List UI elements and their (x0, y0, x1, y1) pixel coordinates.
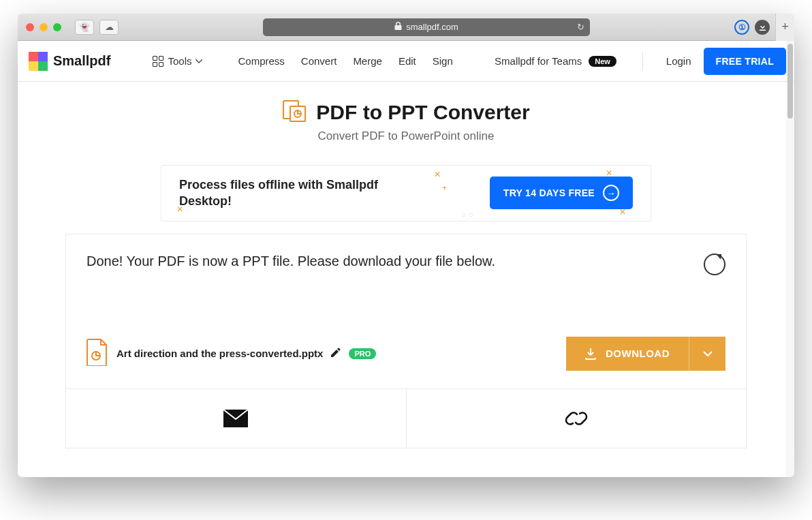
download-icon (585, 348, 596, 360)
edit-filename-icon[interactable] (331, 348, 341, 359)
download-label: DOWNLOAD (606, 348, 670, 359)
lock-icon (394, 22, 402, 32)
page-heading: PDF to PPT Converter Convert PDF to Powe… (18, 82, 794, 150)
new-tab-button[interactable]: + (775, 14, 794, 41)
ppt-converter-icon (282, 100, 308, 125)
nav-teams[interactable]: Smallpdf for Teams New (486, 55, 625, 67)
mail-icon (223, 409, 249, 428)
file-ppt-icon (87, 339, 108, 369)
minimize-window[interactable] (40, 23, 48, 31)
free-trial-button[interactable]: FREE TRIAL (704, 48, 786, 75)
restart-icon[interactable] (704, 254, 725, 275)
reload-icon[interactable]: ↻ (577, 22, 584, 32)
link-icon (563, 408, 589, 429)
page-title: PDF to PPT Converter (316, 101, 529, 124)
traffic-lights (26, 23, 61, 31)
result-filename: Art direction and the press-converted.pp… (116, 348, 323, 359)
logo-icon (29, 52, 48, 71)
nav-teams-label: Smallpdf for Teams (495, 55, 582, 67)
share-email-button[interactable] (66, 389, 407, 448)
result-message: Done! Your PDF is now a PPT file. Please… (87, 254, 495, 269)
arrow-right-icon: → (603, 185, 619, 201)
chevron-down-icon (196, 59, 202, 63)
promo-text: Process files offline with Smallpdf Desk… (179, 177, 404, 210)
scrollbar-thumb[interactable] (787, 44, 793, 119)
nav-compress[interactable]: Compress (230, 55, 292, 67)
brand-logo[interactable]: Smallpdf (29, 52, 110, 71)
onepassword-icon[interactable]: ① (734, 20, 749, 35)
maximize-window[interactable] (53, 23, 61, 31)
chevron-down-icon (703, 351, 713, 356)
nav-edit[interactable]: Edit (390, 55, 424, 67)
nav-tools-label: Tools (168, 55, 191, 67)
icloud-icon[interactable]: ☁ (99, 20, 119, 35)
browser-titlebar: 👻 ☁ smallpdf.com ↻ ① + (18, 14, 794, 41)
promo-banner: ✕ ✕ + ✕ ✕ ○ ○ Process files offline with… (161, 165, 651, 221)
brand-text: Smallpdf (53, 53, 110, 69)
url-host: smallpdf.com (406, 22, 458, 32)
nav-convert[interactable]: Convert (293, 55, 345, 67)
nav-login[interactable]: Login (661, 55, 697, 67)
address-bar[interactable]: smallpdf.com ↻ (263, 18, 590, 36)
scrollbar-track[interactable] (786, 41, 794, 477)
result-card: Done! Your PDF is now a PPT file. Please… (65, 234, 747, 448)
nav-sign[interactable]: Sign (424, 55, 461, 67)
nav-divider (642, 52, 643, 71)
pro-badge: PRO (349, 348, 376, 359)
close-window[interactable] (26, 23, 34, 31)
downloads-icon[interactable] (755, 20, 770, 35)
download-button[interactable]: DOWNLOAD (566, 337, 689, 371)
download-options-button[interactable] (689, 337, 725, 371)
share-link-button[interactable] (407, 389, 747, 448)
page-subtitle: Convert PDF to PowerPoint online (18, 129, 794, 143)
new-badge: New (589, 56, 616, 67)
site-nav: Smallpdf Tools Compress Convert Merge Ed… (18, 41, 794, 82)
ghostery-icon[interactable]: 👻 (75, 20, 94, 35)
try-free-button[interactable]: TRY 14 DAYS FREE → (490, 177, 633, 209)
grid-icon (153, 56, 163, 67)
nav-tools[interactable]: Tools (144, 55, 210, 67)
try-free-label: TRY 14 DAYS FREE (503, 187, 595, 198)
nav-merge[interactable]: Merge (345, 55, 390, 67)
